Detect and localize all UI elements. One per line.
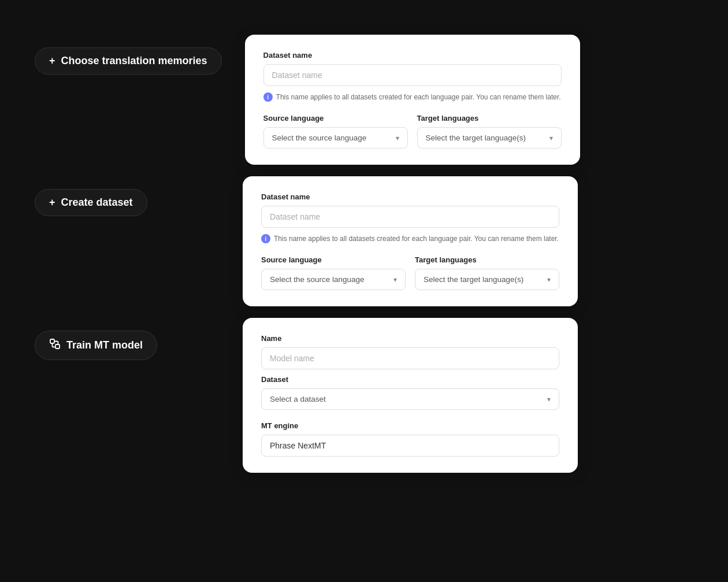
step2-label-text: Create dataset xyxy=(61,197,133,209)
step3-label[interactable]: Train MT model xyxy=(35,331,157,360)
step2-card: Dataset name i This name applies to all … xyxy=(243,176,578,306)
step3-card: Name Dataset Select a dataset ▾ MT engin… xyxy=(243,318,578,473)
step1-dataset-name-label: Dataset name xyxy=(263,51,562,60)
step1-source-language-label: Source language xyxy=(263,114,408,123)
step3-icon xyxy=(49,338,61,353)
step2-label-wrapper: + Create dataset xyxy=(35,176,220,216)
step3-label-text: Train MT model xyxy=(66,339,143,351)
step1-label-wrapper: + Choose translation memories xyxy=(35,35,222,75)
step1-source-language-group: Source language Select the source langua… xyxy=(263,114,408,149)
step2-dataset-name-label: Dataset name xyxy=(261,192,559,201)
step1-target-language-dropdown[interactable]: Select the target language(s) ▾ xyxy=(417,127,562,149)
page-container: + Choose translation memories Dataset na… xyxy=(0,23,728,502)
step1-target-language-placeholder: Select the target language(s) xyxy=(426,134,526,142)
step2-info-content: This name applies to all datasets create… xyxy=(274,233,559,244)
step2-source-language-group: Source language Select the source langua… xyxy=(261,255,406,290)
step2-target-language-dropdown[interactable]: Select the target language(s) ▾ xyxy=(415,269,559,290)
step1-icon: + xyxy=(49,55,55,67)
step3-name-label: Name xyxy=(261,334,559,343)
svg-rect-0 xyxy=(50,339,54,343)
step3-mt-engine-input[interactable] xyxy=(261,435,559,457)
step2-source-language-placeholder: Select the source language xyxy=(270,275,365,284)
step3-label-wrapper: Train MT model xyxy=(35,318,220,360)
step2-target-chevron-icon: ▾ xyxy=(547,276,551,284)
step2-source-language-dropdown[interactable]: Select the source language ▾ xyxy=(261,269,406,290)
step1-label-text: Choose translation memories xyxy=(61,55,207,67)
step1-info-icon: i xyxy=(263,92,273,102)
step2-language-row: Source language Select the source langua… xyxy=(261,255,559,290)
step1-card: Dataset name i This name applies to all … xyxy=(245,35,580,165)
step2-label[interactable]: + Create dataset xyxy=(35,189,147,216)
step2-target-language-label: Target languages xyxy=(415,255,559,264)
step2-target-language-placeholder: Select the target language(s) xyxy=(424,275,523,284)
step3-dataset-label: Dataset xyxy=(261,375,559,384)
step1-source-language-dropdown[interactable]: Select the source language ▾ xyxy=(263,127,408,149)
step3-dataset-dropdown[interactable]: Select a dataset ▾ xyxy=(261,388,559,410)
svg-rect-1 xyxy=(55,344,60,349)
step1-row: + Choose translation memories Dataset na… xyxy=(35,35,693,165)
step2-info-text: i This name applies to all datasets crea… xyxy=(261,233,559,244)
step1-language-row: Source language Select the source langua… xyxy=(263,114,562,149)
step3-dataset-placeholder: Select a dataset xyxy=(270,395,326,403)
step1-source-chevron-icon: ▾ xyxy=(396,134,399,142)
step2-dataset-name-input[interactable] xyxy=(261,206,559,228)
step3-dataset-chevron-icon: ▾ xyxy=(547,395,551,403)
step2-source-language-label: Source language xyxy=(261,255,406,264)
step2-icon: + xyxy=(49,197,55,209)
step2-info-icon: i xyxy=(261,234,270,243)
step2-source-chevron-icon: ▾ xyxy=(393,276,397,284)
step1-info-content: This name applies to all datasets create… xyxy=(276,92,561,102)
step1-info-text: i This name applies to all datasets crea… xyxy=(263,92,562,102)
step3-mt-engine-label: MT engine xyxy=(261,421,559,430)
step1-dataset-name-input[interactable] xyxy=(263,64,562,86)
step3-name-input[interactable] xyxy=(261,347,559,369)
step2-row: + Create dataset Dataset name i This nam… xyxy=(35,176,693,306)
step1-source-language-placeholder: Select the source language xyxy=(272,134,367,142)
step3-row: Train MT model Name Dataset Select a dat… xyxy=(35,318,693,473)
step1-label[interactable]: + Choose translation memories xyxy=(35,47,222,75)
step2-target-language-group: Target languages Select the target langu… xyxy=(415,255,559,290)
step1-target-language-group: Target languages Select the target langu… xyxy=(417,114,562,149)
step1-target-chevron-icon: ▾ xyxy=(549,134,553,142)
step1-target-language-label: Target languages xyxy=(417,114,562,123)
